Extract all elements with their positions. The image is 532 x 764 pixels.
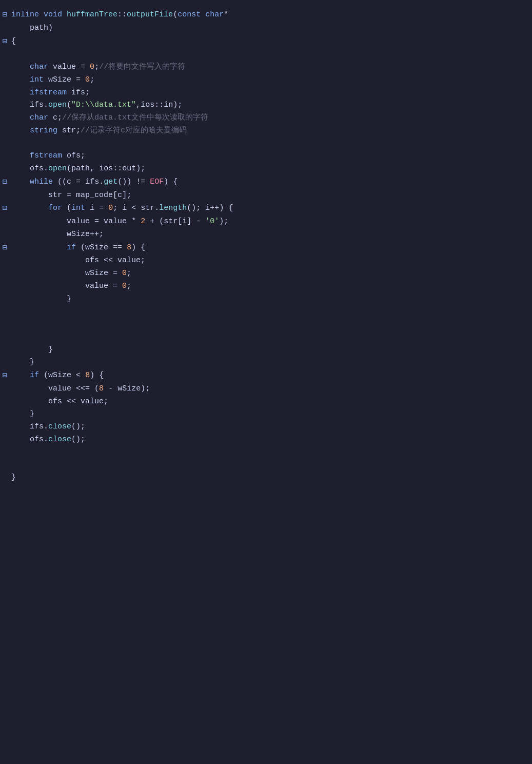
code-text: } <box>9 293 532 306</box>
code-line: value <<= (8 - wSize); <box>0 383 532 396</box>
fold-gutter <box>0 125 9 138</box>
code-line <box>0 318 532 331</box>
code-line: fstream ofs; <box>0 150 532 163</box>
code-line: path) <box>0 22 532 35</box>
code-text: ofs.close(); <box>9 434 532 446</box>
fold-gutter[interactable]: ⊟ <box>0 175 9 189</box>
code-line <box>0 446 532 459</box>
code-text: char c;//保存从data.txt文件中每次读取的字符 <box>9 112 532 125</box>
code-line: ⊟ inline void huffmanTree::outputFile(co… <box>0 8 532 22</box>
code-text: value = 0; <box>9 280 532 293</box>
code-line <box>0 48 532 61</box>
code-text: wSize = 0; <box>9 267 532 280</box>
fold-gutter <box>0 163 9 175</box>
code-line: char value = 0;//将要向文件写入的字符 <box>0 61 532 74</box>
code-line <box>0 305 532 318</box>
code-text: path) <box>9 22 532 35</box>
code-text: { <box>9 35 532 49</box>
code-text: fstream ofs; <box>9 150 532 163</box>
code-text: char value = 0;//将要向文件写入的字符 <box>9 61 532 74</box>
code-editor: ⊟ inline void huffmanTree::outputFile(co… <box>0 0 532 764</box>
fold-gutter <box>0 356 9 369</box>
code-line: wSize = 0; <box>0 267 532 280</box>
code-line: ofs.open(path, ios::out); <box>0 163 532 175</box>
code-line: ⊟ if (wSize == 8) { <box>0 241 532 255</box>
fold-gutter <box>0 189 9 202</box>
fold-gutter <box>0 138 9 150</box>
code-line: ⊟ { <box>0 35 532 49</box>
fold-gutter <box>0 87 9 100</box>
code-text: ofs << value; <box>9 254 532 267</box>
code-text <box>9 318 532 331</box>
code-line <box>0 331 532 344</box>
fold-gutter <box>0 267 9 280</box>
fold-gutter[interactable]: ⊟ <box>0 241 9 255</box>
code-line: value = value * 2 + (str[i] - '0'); <box>0 216 532 228</box>
fold-gutter[interactable]: ⊟ <box>0 35 9 49</box>
code-text: } <box>9 472 532 484</box>
code-text: ifs.open("D:\\data.txt",ios::in); <box>9 99 532 112</box>
code-line: ifstream ifs; <box>0 87 532 100</box>
code-text: ifstream ifs; <box>9 87 532 100</box>
code-line: ifs.open("D:\\data.txt",ios::in); <box>0 99 532 112</box>
code-line: } <box>0 356 532 369</box>
code-line: ifs.close(); <box>0 421 532 434</box>
fold-gutter <box>0 228 9 241</box>
code-text: string str;//记录字符c对应的哈夫曼编码 <box>9 125 532 138</box>
fold-gutter <box>0 293 9 306</box>
code-text: value <<= (8 - wSize); <box>9 383 532 396</box>
code-line: } <box>0 408 532 421</box>
fold-gutter <box>0 459 9 472</box>
code-line: value = 0; <box>0 280 532 293</box>
fold-gutter <box>0 408 9 421</box>
code-line: int wSize = 0; <box>0 74 532 87</box>
fold-gutter <box>0 383 9 396</box>
code-text <box>9 331 532 344</box>
fold-gutter <box>0 446 9 459</box>
code-line: string str;//记录字符c对应的哈夫曼编码 <box>0 125 532 138</box>
code-text: } <box>9 408 532 421</box>
fold-gutter <box>0 99 9 112</box>
fold-gutter <box>0 331 9 344</box>
code-text: } <box>9 356 532 369</box>
fold-gutter[interactable]: ⊟ <box>0 202 9 216</box>
code-text: if (wSize == 8) { <box>9 241 532 255</box>
fold-gutter <box>0 216 9 228</box>
fold-gutter <box>0 48 9 61</box>
code-line: } <box>0 472 532 484</box>
code-line <box>0 459 532 472</box>
code-text: while ((c = ifs.get()) != EOF) { <box>9 175 532 189</box>
fold-gutter <box>0 396 9 408</box>
code-line: wSize++; <box>0 228 532 241</box>
code-text: wSize++; <box>9 228 532 241</box>
code-text: str = map_code[c]; <box>9 189 532 202</box>
code-line: } <box>0 293 532 306</box>
fold-gutter <box>0 318 9 331</box>
code-text <box>9 305 532 318</box>
code-text: ofs.open(path, ios::out); <box>9 163 532 175</box>
code-text <box>9 138 532 150</box>
code-text: ifs.close(); <box>9 421 532 434</box>
code-text: if (wSize < 8) { <box>9 369 532 383</box>
fold-gutter <box>0 74 9 87</box>
code-line <box>0 138 532 150</box>
fold-gutter <box>0 421 9 434</box>
fold-gutter <box>0 150 9 163</box>
code-text <box>9 459 532 472</box>
fold-gutter <box>0 22 9 35</box>
code-line: ⊟ while ((c = ifs.get()) != EOF) { <box>0 175 532 189</box>
fold-gutter <box>0 305 9 318</box>
code-text: ofs << value; <box>9 396 532 408</box>
fold-gutter <box>0 344 9 357</box>
fold-gutter[interactable]: ⊟ <box>0 369 9 383</box>
fold-gutter[interactable]: ⊟ <box>0 8 9 22</box>
code-text <box>9 446 532 459</box>
fold-gutter <box>0 112 9 125</box>
code-text <box>9 48 532 61</box>
fold-gutter <box>0 254 9 267</box>
code-line: ofs << value; <box>0 254 532 267</box>
fold-gutter <box>0 61 9 74</box>
fold-gutter <box>0 434 9 446</box>
code-line: ofs.close(); <box>0 434 532 446</box>
code-line: ⊟ if (wSize < 8) { <box>0 369 532 383</box>
